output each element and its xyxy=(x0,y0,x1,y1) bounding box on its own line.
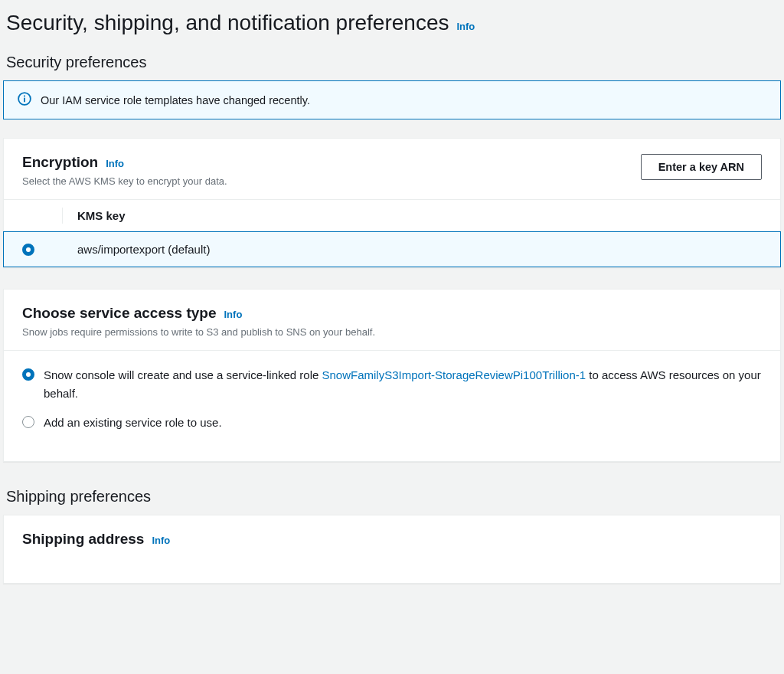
info-icon xyxy=(18,92,31,108)
encryption-info-link[interactable]: Info xyxy=(106,158,124,169)
page-title: Security, shipping, and notification pre… xyxy=(6,11,449,35)
svg-rect-2 xyxy=(24,96,25,97)
shipping-address-title: Shipping address xyxy=(22,531,144,548)
create-role-text: Snow console will create and use a servi… xyxy=(44,366,762,403)
kms-table-header: KMS key xyxy=(4,200,780,232)
service-access-desc: Snow jobs require permissions to write t… xyxy=(22,326,762,338)
iam-alert-text: Our IAM service role templates have chan… xyxy=(41,94,310,106)
service-access-info-link[interactable]: Info xyxy=(224,309,243,320)
encryption-desc: Select the AWS KMS key to encrypt your d… xyxy=(22,175,641,187)
existing-role-option[interactable]: Add an existing service role to use. xyxy=(22,414,762,432)
existing-role-radio[interactable] xyxy=(22,416,34,428)
encryption-title: Encryption xyxy=(22,154,98,171)
role-link[interactable]: SnowFamilyS3Import-StorageReviewPi100Tri… xyxy=(322,368,586,381)
iam-alert: Our IAM service role templates have chan… xyxy=(3,80,781,119)
page-header: Security, shipping, and notification pre… xyxy=(0,0,784,49)
existing-role-text: Add an existing service role to use. xyxy=(44,414,222,432)
service-access-title: Choose service access type xyxy=(22,305,217,322)
service-access-panel: Choose service access type Info Snow job… xyxy=(3,289,781,462)
create-role-radio[interactable] xyxy=(22,368,34,381)
create-role-option[interactable]: Snow console will create and use a servi… xyxy=(22,366,762,403)
encryption-panel: Encryption Info Select the AWS KMS key t… xyxy=(3,138,781,267)
shipping-address-info-link[interactable]: Info xyxy=(152,535,170,546)
shipping-section-heading: Shipping preferences xyxy=(0,483,784,515)
kms-key-label: aws/importexport (default) xyxy=(47,243,210,256)
shipping-address-panel: Shipping address Info xyxy=(3,515,781,584)
kms-key-radio[interactable] xyxy=(22,244,34,256)
page-info-link[interactable]: Info xyxy=(456,21,475,32)
security-section-heading: Security preferences xyxy=(0,49,784,80)
kms-key-row[interactable]: aws/importexport (default) xyxy=(3,231,781,267)
enter-key-arn-button[interactable]: Enter a key ARN xyxy=(641,154,762,180)
svg-rect-1 xyxy=(24,98,25,103)
